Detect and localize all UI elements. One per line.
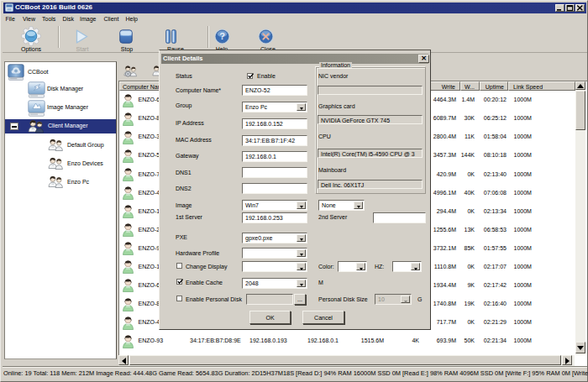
svg-text:?: ? <box>219 31 225 41</box>
